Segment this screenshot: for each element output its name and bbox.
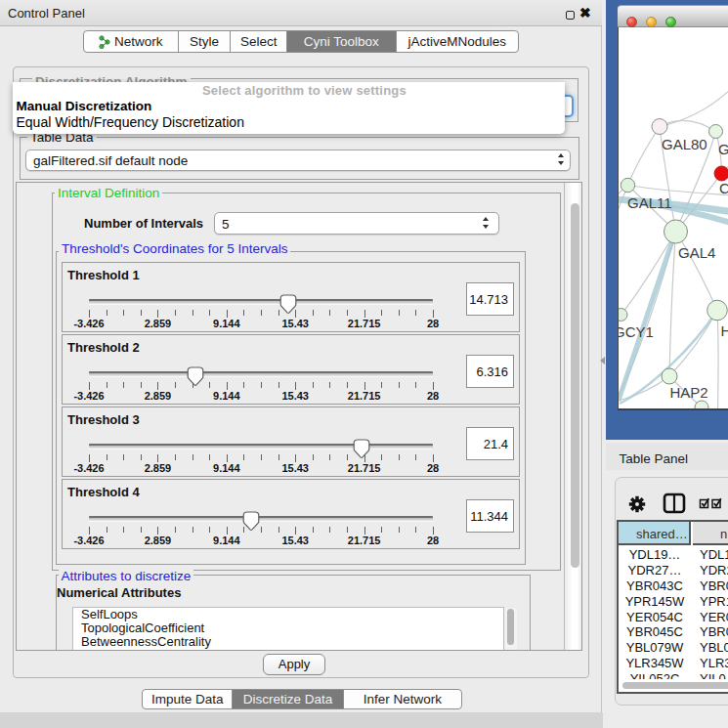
svg-text:GCY1: GCY1	[619, 323, 654, 340]
svg-text:GAL4: GAL4	[678, 244, 715, 261]
svg-text:C: C	[719, 180, 728, 196]
svg-text:HAP2: HAP2	[670, 384, 708, 401]
svg-text:GAL80: GAL80	[662, 136, 707, 152]
svg-text:H: H	[721, 322, 728, 339]
svg-text:GA: GA	[718, 141, 728, 157]
svg-text:GAL11: GAL11	[627, 194, 672, 211]
